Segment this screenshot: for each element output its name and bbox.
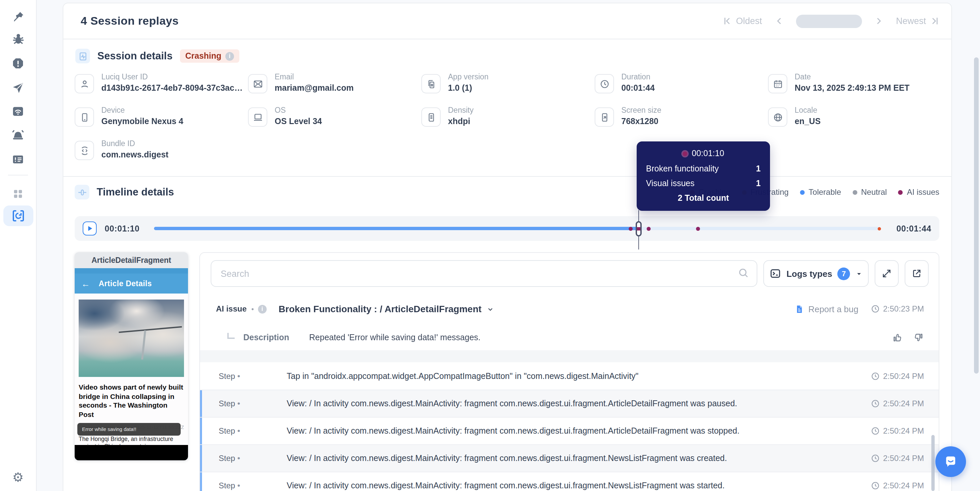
grid-icon xyxy=(12,188,24,199)
step-row[interactable]: Step • View: / In activity com.news.dige… xyxy=(200,444,939,472)
step-row[interactable]: Step • View: / In activity com.news.dige… xyxy=(200,417,939,444)
field-os: OSOS Level 34 xyxy=(248,106,422,133)
duration-icon xyxy=(595,74,614,93)
page-scrollbar-thumb[interactable] xyxy=(974,57,978,374)
neutral-dot-icon xyxy=(852,190,857,194)
pager-newest-button[interactable]: Newest xyxy=(896,16,940,26)
pager-newest-label: Newest xyxy=(896,16,926,26)
clock-icon xyxy=(870,481,880,490)
fragment-name: ArticleDetailFragment xyxy=(75,252,188,268)
density-icon xyxy=(422,107,441,127)
search-icon xyxy=(737,267,749,279)
timeline-icon xyxy=(75,185,89,199)
session-pager: Oldest Newest xyxy=(722,14,940,28)
timeline-tooltip: 00:01:10 Broken functionality1 Visual is… xyxy=(637,142,770,211)
step-row[interactable]: Step • View: / In activity com.news.dige… xyxy=(200,472,939,491)
scrubber-handle[interactable] xyxy=(635,221,641,236)
ai-issue-marker[interactable] xyxy=(628,226,632,231)
appbar-title: Article Details xyxy=(99,279,152,287)
report-a-bug-link[interactable]: Report a bug xyxy=(795,304,858,314)
chat-bubble-icon xyxy=(943,454,959,470)
field-date: DateNov 13, 2025 2:49:13 PM EET xyxy=(768,73,941,99)
sidebar-item-network[interactable] xyxy=(6,99,30,123)
field-duration: Duration00:01:44 xyxy=(595,73,768,99)
issue-timestamp: 2:50:23 PM xyxy=(870,304,924,314)
sidebar-item-releases[interactable] xyxy=(6,147,30,171)
field-device: DeviceGenymobile Nexus 4 xyxy=(75,106,248,133)
search-input[interactable] xyxy=(211,260,757,287)
total-time: 00:01:44 xyxy=(896,224,931,233)
session-details-title: Session details xyxy=(97,50,173,62)
open-in-new-button[interactable] xyxy=(905,260,929,287)
bridge-deck-shape xyxy=(119,326,182,333)
screen-preview: ArticleDetailFragment ← Article Details … xyxy=(75,252,188,460)
article-image xyxy=(79,300,184,377)
bridge-pier-shape xyxy=(142,330,146,360)
ai-issue-dot: • xyxy=(251,305,254,313)
logs-types-dropdown[interactable]: Logs types 7 xyxy=(763,260,869,287)
sidebar-item-session-replay[interactable] xyxy=(3,206,33,226)
legend-ai-issues: AI issues xyxy=(898,188,939,197)
info-icon[interactable]: i xyxy=(258,304,267,313)
expand-logs-button[interactable] xyxy=(875,260,899,287)
step-row[interactable]: Step • View: / In activity com.news.dige… xyxy=(200,390,939,417)
step-timestamp: 2:50:24 PM xyxy=(870,454,924,463)
app-root: ⚙ 4 Session replays Oldest Newest xyxy=(0,0,980,491)
logs-scrollbar-thumb[interactable] xyxy=(931,435,935,491)
prev-page-icon[interactable] xyxy=(774,16,784,26)
ai-issue-marker[interactable] xyxy=(647,226,651,231)
tooltip-total: 2 Total count xyxy=(646,193,760,203)
legend-neutral: Neutral xyxy=(852,188,887,197)
page-header: 4 Session replays Oldest Newest xyxy=(63,3,951,39)
thumbs-down-button[interactable] xyxy=(913,332,924,343)
ai-issue-marker[interactable] xyxy=(696,226,700,231)
user-icon xyxy=(75,74,94,93)
next-page-icon[interactable] xyxy=(874,16,884,26)
screen-size-icon xyxy=(595,107,614,127)
tree-elbow-icon xyxy=(228,333,235,339)
ai-issues-dot-icon xyxy=(898,190,903,194)
clock-icon xyxy=(870,371,880,381)
sidebar-item-settings[interactable]: ⚙ xyxy=(6,465,30,489)
timeline-title: Timeline details xyxy=(97,186,174,198)
badge-label: Crashing xyxy=(185,51,221,61)
session-mood-badge: Crashing i xyxy=(180,49,239,63)
pager-oldest-button[interactable]: Oldest xyxy=(722,16,762,26)
steps-list: Step • Tap in "androidx.appcompat.widget… xyxy=(200,362,939,491)
ai-issue-title: Broken Functionality : / ArticleDetailFr… xyxy=(278,303,494,314)
sidebar-item-pinned[interactable] xyxy=(6,5,30,29)
sidebar-item-alerts[interactable] xyxy=(6,123,30,147)
timeline-track[interactable] xyxy=(154,227,879,230)
expand-icon xyxy=(881,268,892,279)
tooltip-marker-dot-icon xyxy=(682,151,687,156)
field-app-version: App version1.0 (1) xyxy=(422,73,595,99)
chevron-down-icon[interactable] xyxy=(487,305,494,312)
sidebar-item-crashes[interactable] xyxy=(6,51,30,75)
sidebar-item-surveys[interactable] xyxy=(6,75,30,99)
scrubber-marker xyxy=(637,227,640,230)
paper-plane-icon xyxy=(11,81,25,94)
clock-icon xyxy=(870,304,880,314)
chat-widget-button[interactable] xyxy=(935,446,966,477)
logs-panel: Logs types 7 AI issue • i Broken Functio… xyxy=(199,252,939,491)
thumbs-up-button[interactable] xyxy=(892,332,903,343)
tooltip-row-broken-functionality: Broken functionality1 xyxy=(646,164,760,174)
info-icon[interactable]: i xyxy=(225,52,234,61)
ai-issue-row[interactable]: AI issue • i Broken Functionality : / Ar… xyxy=(216,300,924,317)
session-fields-grid: Luciq User IDd143b91c-2617-4eb7-8094-37c… xyxy=(75,73,941,166)
play-button[interactable] xyxy=(83,222,97,236)
session-details-icon xyxy=(75,49,90,64)
sidebar-item-apps-grid[interactable] xyxy=(6,182,30,206)
pin-icon xyxy=(12,10,24,23)
pager-oldest-label: Oldest xyxy=(736,16,762,26)
locale-icon xyxy=(768,107,788,127)
step-row[interactable]: Step • Tap in "androidx.appcompat.widget… xyxy=(200,362,939,390)
open-in-new-icon xyxy=(912,268,922,279)
replay-player: 00:01:10 00:01:44 xyxy=(75,216,939,241)
step-timestamp: 2:50:24 PM xyxy=(870,481,924,490)
chevron-down-icon xyxy=(856,270,863,277)
logs-toolbar: Logs types 7 xyxy=(211,260,929,287)
session-replay-icon xyxy=(11,209,25,223)
crashing-marker[interactable] xyxy=(877,227,881,230)
sidebar-item-bugs[interactable] xyxy=(6,27,30,51)
